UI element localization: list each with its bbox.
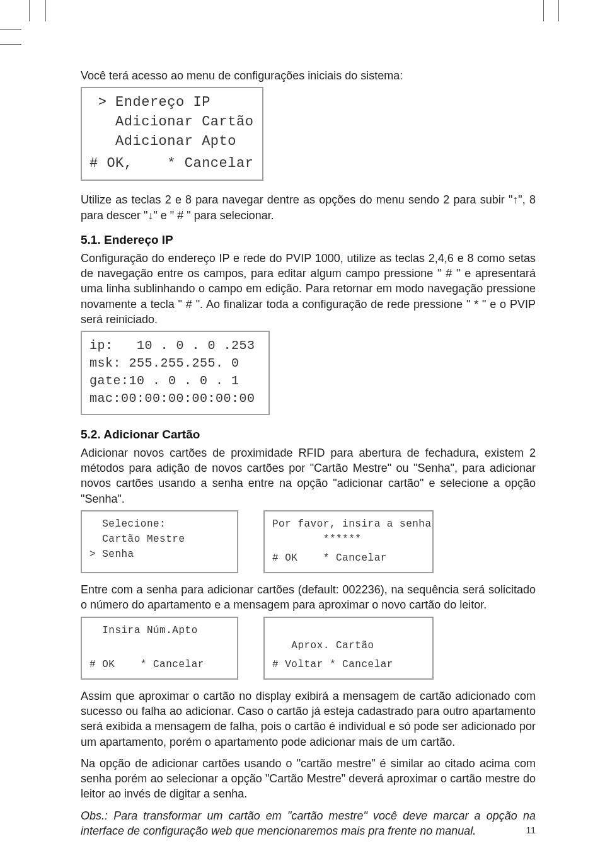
- lcd-line: > Senha: [89, 547, 229, 562]
- lcd-enter-password: Por favor, insira a senha ****** # OK * …: [263, 510, 434, 573]
- lcd-aprox-cartao: Aprox. Cartão # Voltar * Cancelar: [263, 617, 434, 680]
- menu-line: Adicionar Apto: [89, 132, 255, 152]
- lcd-pair-select-senha: Selecione: Cartão Mestre > Senha Por fav…: [81, 510, 536, 573]
- lcd-line: Selecione:: [89, 517, 229, 532]
- lcd-line: [89, 638, 229, 653]
- ip-line: ip: 10 . 0 . 0 .253: [89, 337, 261, 355]
- page-number: 11: [526, 825, 536, 837]
- lcd-line: [272, 623, 425, 638]
- menu-line: Adicionar Cartão: [89, 113, 255, 132]
- menu-footer: # OK, * Cancelar: [89, 154, 255, 174]
- lcd-insert-apto: Insira Núm.Apto # OK * Cancelar: [81, 617, 238, 680]
- lcd-footer: # Voltar * Cancelar: [272, 657, 425, 672]
- obs-text: Obs.: Para transformar um cartão em "car…: [81, 808, 536, 839]
- lcd-footer: # OK * Cancelar: [89, 657, 229, 672]
- lcd-ip-config: ip: 10 . 0 . 0 .253 msk: 255.255.255. 0 …: [81, 331, 270, 415]
- ip-line: msk: 255.255.255. 0: [89, 355, 261, 372]
- lcd-line: Aprox. Cartão: [272, 638, 425, 653]
- menu-line: > Endereço IP: [89, 93, 255, 113]
- section-5-2-body: Adicionar novos cartões de proximidade R…: [81, 445, 536, 506]
- intro-text: Você terá acesso ao menu de configuraçõe…: [81, 68, 536, 83]
- section-5-1-body: Configuração do endereço IP e rede do PV…: [81, 251, 536, 327]
- lcd-main-menu: > Endereço IP Adicionar Cartão Adicionar…: [81, 87, 263, 181]
- ip-line: gate:10 . 0 . 0 . 1: [89, 372, 261, 390]
- lcd-line: ******: [272, 532, 425, 547]
- ip-line: mac:00:00:00:00:00:00: [89, 390, 261, 408]
- lcd-line: Por favor, insira a senha: [272, 517, 425, 532]
- lcd-select-method: Selecione: Cartão Mestre > Senha: [81, 510, 238, 573]
- mid-instructions: Entre com a senha para adicionar cartões…: [81, 582, 536, 613]
- nav-instructions: Utilize as teclas 2 e 8 para navegar den…: [81, 192, 536, 223]
- lcd-line: Cartão Mestre: [89, 532, 229, 547]
- after-text-2: Na opção de adicionar cartões usando o "…: [81, 756, 536, 802]
- lcd-pair-apto-cartao: Insira Núm.Apto # OK * Cancelar Aprox. C…: [81, 617, 536, 680]
- after-text-1: Assim que aproximar o cartão no display …: [81, 688, 536, 750]
- section-5-1-title: 5.1. Endereço IP: [81, 232, 536, 248]
- lcd-footer: # OK * Cancelar: [272, 551, 425, 566]
- lcd-line: Insira Núm.Apto: [89, 623, 229, 638]
- section-5-2-title: 5.2. Adicionar Cartão: [81, 426, 536, 443]
- page-container: Você terá acesso ao menu de configuraçõe…: [0, 0, 605, 868]
- crop-marks: [0, 0, 605, 50]
